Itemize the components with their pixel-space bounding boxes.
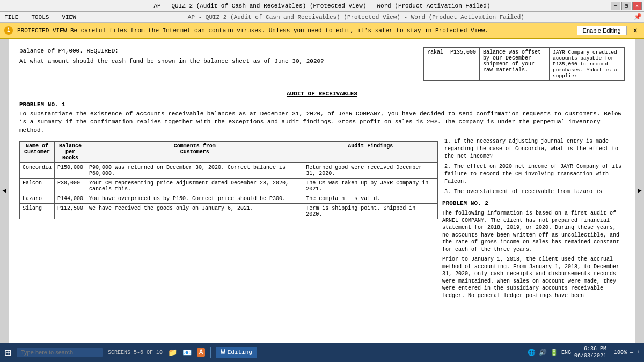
yakal-info-box: Yakal P135,000 Balance was offset by our…	[423, 47, 625, 86]
audit-table: Name ofCustomer BalanceperBooks Comments…	[19, 141, 438, 219]
col-header-comments: Comments fromCustomers	[86, 142, 303, 163]
window-title: AP - QUIZ 2 (Audit of Cash and Receivabl…	[153, 3, 490, 9]
protected-view-text: PROTECTED VIEW Be careful—files from the…	[17, 27, 573, 34]
yakal-table: Yakal P135,000 Balance was offset by our…	[423, 47, 625, 81]
numbered-item-2: 2. The effect on 2020 net income of JAYR…	[442, 163, 625, 186]
document-area: ◀ balance of P4,000. REQUIRED: At what a…	[0, 39, 644, 343]
cell-comments: We have received the goods only on Janua…	[86, 204, 303, 219]
table-row: FalconP30,000Your CM representing price …	[20, 179, 438, 194]
scroll-right-arrow[interactable]: ▶	[635, 39, 644, 343]
top-right-controls[interactable]: 📌	[634, 13, 642, 21]
col-header-customer: Name ofCustomer	[20, 142, 55, 163]
cell-balance: P30,000	[55, 179, 86, 194]
word-taskbar-item[interactable]: W Editing	[216, 347, 257, 358]
header-title-center: AP - QUIZ 2 (Audit of Cash and Receivabl…	[87, 14, 625, 20]
ribbon-pin-icon[interactable]: 📌	[634, 13, 642, 21]
menu-view[interactable]: VIEW	[60, 14, 78, 20]
audit-heading: AUDIT OF RECEIVABLES	[19, 91, 625, 97]
yakal-amount: P135,000	[447, 48, 479, 81]
taskbar-icon-network: 🌐	[528, 349, 536, 357]
protected-view-bar: i PROTECTED VIEW Be careful—files from t…	[0, 23, 644, 39]
numbered-item-3: 3. The overstatement of receivable from …	[442, 188, 625, 196]
table-section: Name ofCustomer BalanceperBooks Comments…	[19, 138, 442, 299]
current-time: 6:36 PM	[574, 345, 606, 352]
cell-name: Falcon	[20, 179, 55, 194]
close-button[interactable]: ✕	[632, 2, 642, 10]
problem1-heading: PROBLEM NO. 1	[19, 101, 625, 108]
cell-balance: P112,500	[55, 204, 86, 219]
word-icon: W	[221, 348, 225, 357]
cell-findings: The CM was taken up by JAYR Company in 2…	[303, 179, 438, 194]
main-layout: Name ofCustomer BalanceperBooks Comments…	[19, 138, 625, 299]
taskbar-left: ⊞ SCREENS 5-6 OF 10 📁 📧 A W Editing	[4, 347, 521, 358]
taskbar-icon-speaker: 🔊	[539, 349, 547, 357]
enable-editing-button[interactable]: Enable Editing	[577, 26, 627, 35]
zoom-level: 100%	[614, 350, 627, 356]
windows-start-button[interactable]: ⊞	[4, 348, 11, 358]
language-indicator: ENG	[561, 350, 571, 356]
menu-bar: FILE TOOLS VIEW AP - QUIZ 2 (Audit of Ca…	[0, 12, 644, 23]
menu-tools[interactable]: TOOLS	[29, 14, 51, 20]
problem2-heading: PROBLEM NO. 2	[442, 200, 625, 206]
title-bar: AP - QUIZ 2 (Audit of Cash and Receivabl…	[0, 0, 644, 12]
cell-comments: P90,000 was returned on December 30, 202…	[86, 163, 303, 179]
info-icon: i	[4, 26, 13, 35]
taskbar: ⊞ SCREENS 5-6 OF 10 📁 📧 A W Editing 🌐 🔊 …	[0, 343, 644, 362]
problem2-text2: Prior to January 1, 2018, the client use…	[442, 256, 625, 299]
balance-question: At what amount should the cash fund be s…	[19, 57, 418, 65]
restore-button[interactable]: ⊟	[621, 2, 631, 10]
cell-findings: Term is shipping point. Shipped in 2020.	[303, 204, 438, 219]
cell-comments: You have overpriced us by P150. Correct …	[86, 194, 303, 204]
numbered-item-1: 1. If the necessary adjusting journal en…	[442, 138, 625, 160]
taskbar-icon-email[interactable]: 📧	[182, 348, 192, 357]
cell-findings: Returned good were received December 31,…	[303, 163, 438, 179]
balance-section: balance of P4,000. REQUIRED: At what amo…	[19, 47, 418, 86]
time-display: 6:36 PM 06/03/2021	[574, 345, 606, 359]
cell-name: Concordia	[20, 163, 55, 179]
taskbar-right: 🌐 🔊 🔋 ENG 6:36 PM 06/03/2021 100% — +	[528, 345, 640, 359]
protected-bar-close[interactable]: ✕	[631, 26, 640, 35]
yakal-description: Balance was offset by our December shipm…	[480, 48, 550, 81]
taskbar-icon-edit[interactable]: A	[197, 348, 205, 357]
scroll-left-arrow[interactable]: ◀	[0, 39, 9, 343]
document-page: balance of P4,000. REQUIRED: At what amo…	[9, 39, 635, 343]
zoom-controls[interactable]: — +	[630, 350, 640, 356]
cell-balance: P150,000	[55, 163, 86, 179]
yakal-label: Yakal	[423, 48, 447, 81]
cell-findings: The complaint is valid.	[303, 194, 438, 204]
cell-name: Lazaro	[20, 194, 55, 204]
window-controls[interactable]: — ⊟ ✕	[611, 2, 642, 10]
balance-heading: balance of P4,000. REQUIRED:	[19, 47, 418, 55]
minimize-button[interactable]: —	[611, 2, 620, 10]
yakal-note: JAYR Company credited accounts payable f…	[550, 48, 625, 81]
taskbar-icon-battery: 🔋	[550, 349, 558, 357]
cell-name: Silang	[20, 204, 55, 219]
problem1-text: To substantiate the existence of account…	[19, 110, 625, 135]
current-date: 06/03/2021	[574, 352, 606, 359]
screens-count: SCREENS 5-6 OF 10	[108, 350, 163, 356]
numbered-list: 1. If the necessary adjusting journal en…	[442, 138, 625, 196]
right-column: 1. If the necessary adjusting journal en…	[442, 138, 625, 299]
col-header-findings: Audit Findings	[303, 142, 438, 163]
cell-balance: P144,000	[55, 194, 86, 204]
search-input[interactable]	[17, 348, 103, 357]
editing-badge: Editing	[228, 349, 252, 356]
col-header-balance: BalanceperBooks	[55, 142, 86, 163]
cell-comments: Your CM representing price adjustment da…	[86, 179, 303, 194]
table-row: SilangP112,500We have received the goods…	[20, 204, 438, 219]
problem2-text: The following information is based on a …	[442, 210, 625, 253]
menu-file[interactable]: FILE	[2, 14, 20, 20]
table-row: LazaroP144,000You have overpriced us by …	[20, 194, 438, 204]
taskbar-icon-file[interactable]: 📁	[168, 348, 177, 357]
table-row: ConcordiaP150,000P90,000 was returned on…	[20, 163, 438, 179]
